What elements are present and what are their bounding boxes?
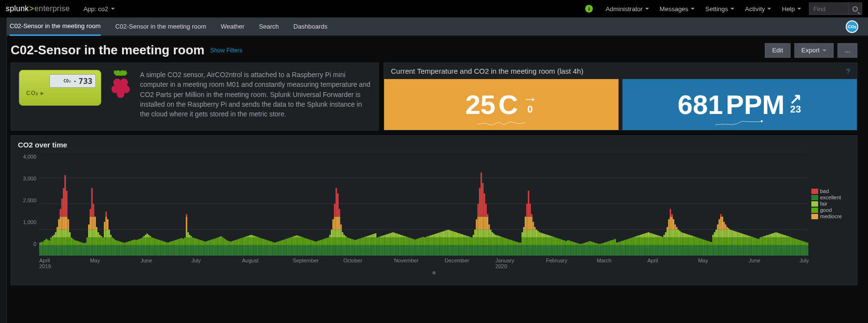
info-icon[interactable]: i — [585, 5, 593, 13]
svg-rect-1010 — [641, 234, 643, 237]
svg-rect-695 — [459, 245, 460, 256]
svg-rect-204 — [146, 234, 148, 238]
svg-rect-1267 — [775, 238, 777, 245]
svg-rect-100 — [88, 238, 90, 245]
svg-rect-62 — [64, 230, 66, 238]
svg-rect-77 — [71, 245, 72, 256]
svg-rect-1100 — [684, 233, 685, 238]
svg-rect-380 — [271, 245, 272, 256]
svg-rect-16 — [43, 245, 44, 256]
svg-rect-987 — [629, 245, 630, 256]
svg-rect-532 — [367, 245, 369, 256]
chart-plot-area[interactable] — [39, 152, 808, 256]
svg-rect-1046 — [660, 236, 662, 237]
tab-co2-meeting-room-2[interactable]: C02-Sensor in the meeting room — [115, 17, 206, 36]
svg-rect-728 — [476, 238, 477, 245]
svg-rect-918 — [574, 242, 575, 245]
svg-rect-712 — [466, 236, 468, 237]
export-button[interactable]: Export — [794, 43, 834, 58]
svg-rect-951 — [600, 245, 602, 256]
svg-rect-731 — [478, 245, 479, 256]
svg-rect-948 — [597, 243, 599, 245]
svg-rect-347 — [249, 238, 250, 245]
svg-rect-942 — [592, 242, 594, 245]
svg-rect-722 — [473, 238, 474, 245]
global-search-input[interactable] — [809, 3, 848, 15]
svg-rect-1156 — [719, 238, 720, 245]
svg-rect-303 — [219, 245, 220, 256]
tab-co2-meeting-room-1[interactable]: C02-Sensor in the meeting room — [10, 17, 101, 36]
svg-rect-896 — [556, 238, 558, 245]
app-selector[interactable]: App: co2 — [83, 5, 115, 13]
svg-rect-167 — [120, 242, 121, 245]
global-search-button[interactable] — [848, 3, 862, 15]
menu-activity[interactable]: Activity — [745, 5, 771, 13]
svg-rect-198 — [143, 236, 145, 238]
svg-rect-1063 — [668, 219, 669, 229]
svg-rect-661 — [440, 232, 441, 238]
svg-rect-525 — [362, 238, 364, 245]
help-icon[interactable]: ? — [846, 67, 850, 75]
brand-post: enterprise — [34, 4, 70, 13]
kpi-co2[interactable]: 681 PPM ↗23 — [622, 79, 857, 130]
chart-x-axis: April 2019MayJuneJulyAugustSeptemberOcto… — [18, 258, 850, 269]
svg-rect-448 — [318, 241, 320, 245]
svg-rect-959 — [606, 245, 608, 256]
tab-weather[interactable]: Weather — [221, 17, 245, 36]
legend-excellent: excellent — [811, 194, 850, 200]
menu-administrator[interactable]: Administrator — [605, 5, 649, 13]
svg-rect-990 — [630, 238, 632, 245]
svg-rect-59 — [63, 188, 64, 217]
svg-rect-475 — [334, 204, 336, 217]
svg-rect-1186 — [729, 230, 731, 238]
svg-rect-759 — [485, 217, 487, 230]
menu-help[interactable]: Help — [782, 5, 801, 13]
svg-rect-274 — [195, 239, 197, 245]
svg-rect-1129 — [701, 239, 703, 245]
svg-rect-1099 — [684, 238, 685, 245]
edit-button[interactable]: Edit — [765, 43, 790, 58]
tab-dashboards[interactable]: Dashboards — [294, 17, 327, 36]
svg-rect-449 — [320, 245, 321, 256]
tab-search[interactable]: Search — [259, 17, 279, 36]
svg-rect-170 — [123, 245, 124, 256]
svg-rect-788 — [499, 245, 501, 256]
svg-rect-1310 — [802, 245, 804, 256]
svg-rect-694 — [457, 233, 458, 238]
svg-rect-1241 — [761, 237, 762, 237]
more-button[interactable]: ... — [837, 43, 857, 58]
svg-rect-451 — [321, 245, 323, 256]
app-icon-co2[interactable]: CO₂ — [846, 20, 858, 33]
brand-logo[interactable]: splunk>enterprise — [6, 4, 70, 13]
svg-rect-1124 — [698, 245, 699, 256]
svg-rect-381 — [271, 242, 272, 245]
svg-rect-507 — [348, 238, 350, 245]
svg-rect-226 — [162, 241, 164, 245]
menu-settings[interactable]: Settings — [705, 5, 734, 13]
svg-rect-882 — [548, 238, 550, 245]
svg-rect-513 — [353, 240, 355, 245]
svg-rect-713 — [468, 245, 469, 256]
svg-rect-905 — [564, 245, 566, 256]
svg-rect-949 — [599, 245, 600, 256]
svg-rect-897 — [558, 245, 559, 256]
svg-rect-175 — [126, 242, 127, 245]
svg-rect-400 — [287, 245, 288, 256]
svg-rect-647 — [434, 245, 435, 256]
svg-rect-971 — [616, 245, 618, 256]
svg-rect-1172 — [725, 245, 727, 256]
menu-messages[interactable]: Messages — [660, 5, 695, 13]
svg-rect-52 — [62, 230, 63, 238]
svg-rect-832 — [527, 217, 528, 230]
svg-rect-411 — [293, 236, 294, 237]
kpi-temperature[interactable]: 25 C →0 — [384, 79, 619, 130]
svg-rect-13 — [39, 242, 41, 245]
svg-rect-89 — [80, 245, 82, 256]
svg-rect-335 — [243, 245, 244, 256]
svg-rect-1062 — [668, 230, 669, 238]
svg-rect-553 — [378, 238, 380, 245]
svg-rect-868 — [541, 233, 542, 238]
show-filters-link[interactable]: Show Filters — [210, 47, 242, 54]
svg-rect-529 — [366, 245, 367, 256]
svg-rect-440 — [312, 241, 313, 245]
